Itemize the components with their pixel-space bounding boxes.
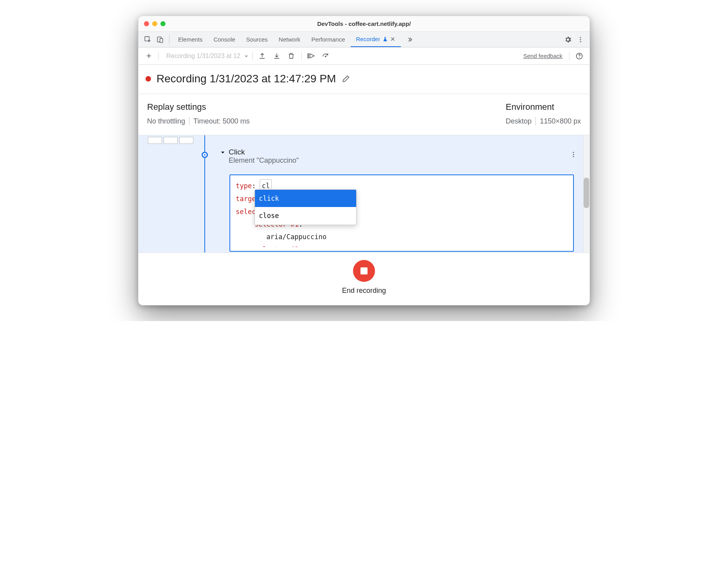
screenshot-thumb[interactable] xyxy=(148,137,162,144)
step-name: Click xyxy=(229,148,299,156)
window-zoom-button[interactable] xyxy=(160,21,166,26)
svg-point-11 xyxy=(573,154,574,155)
stop-icon xyxy=(360,267,368,274)
scrollbar-thumb[interactable] xyxy=(584,178,589,208)
step-panel: Click Element "Cappuccino" type: cl targ… xyxy=(138,135,590,253)
recorder-toolbar: Recording 1/31/2023 at 12 Send feedback xyxy=(138,47,590,65)
environment-title: Environment xyxy=(506,102,554,112)
svg-point-9 xyxy=(579,57,580,58)
delete-icon[interactable] xyxy=(285,50,298,62)
recording-title-row: Recording 1/31/2023 at 12:47:29 PM xyxy=(138,65,590,94)
tabs-list: Elements Console Sources Network Perform… xyxy=(173,32,401,47)
help-icon[interactable] xyxy=(573,50,586,62)
edit-title-icon[interactable] xyxy=(342,74,350,83)
svg-rect-2 xyxy=(160,38,162,42)
settings-icon[interactable] xyxy=(562,34,574,45)
tab-label: Recorder xyxy=(356,36,380,42)
environment-col: Environment Desktop 1150×800 px xyxy=(506,102,581,125)
throttling-value[interactable]: No throttling xyxy=(147,117,185,125)
send-feedback-link[interactable]: Send feedback xyxy=(523,53,562,59)
recording-title[interactable]: Recording 1/31/2023 at 12:47:29 PM xyxy=(157,73,336,85)
autocomplete-option-close[interactable]: close xyxy=(255,207,356,224)
chevron-down-icon[interactable] xyxy=(244,54,249,58)
step-code-editor[interactable]: type: cl target select selector #1: aria… xyxy=(229,174,574,252)
kebab-menu-icon[interactable] xyxy=(575,34,586,45)
step-header[interactable]: Click Element "Cappuccino" xyxy=(220,148,580,165)
screenshot-thumb[interactable] xyxy=(164,137,178,144)
titlebar: DevTools - coffee-cart.netlify.app/ xyxy=(138,16,590,32)
svg-point-4 xyxy=(580,39,581,40)
tab-network[interactable]: Network xyxy=(273,32,306,47)
selector1-value: aria/Cappuccino xyxy=(266,233,327,241)
tab-label: Sources xyxy=(246,36,268,43)
caret-down-icon[interactable] xyxy=(220,150,226,155)
tab-elements[interactable]: Elements xyxy=(173,32,208,47)
autocomplete-option-click[interactable]: click xyxy=(255,190,356,207)
scrollbar-track[interactable] xyxy=(583,135,590,252)
flask-icon xyxy=(382,36,388,42)
end-recording-button[interactable] xyxy=(353,260,375,282)
svg-point-12 xyxy=(573,156,574,157)
screenshot-thumbs xyxy=(148,137,193,144)
export-icon[interactable] xyxy=(256,50,269,62)
close-tab-icon[interactable]: ✕ xyxy=(390,36,395,43)
settings-row: Replay settings No throttling Timeout: 5… xyxy=(138,94,590,135)
tab-console[interactable]: Console xyxy=(208,32,241,47)
tab-label: Elements xyxy=(178,36,203,43)
tab-sources[interactable]: Sources xyxy=(241,32,273,47)
window-title: DevTools - coffee-cart.netlify.app/ xyxy=(138,20,590,27)
replay-settings-col: Replay settings No throttling Timeout: 5… xyxy=(147,102,249,125)
step-kebab-icon[interactable] xyxy=(570,151,577,158)
replay-icon[interactable] xyxy=(305,50,318,62)
device-toolbar-icon[interactable] xyxy=(154,34,166,45)
code-key-selector2: selector #2 xyxy=(255,245,299,247)
device-value[interactable]: Desktop xyxy=(506,117,531,125)
more-tabs-icon[interactable] xyxy=(404,34,416,45)
svg-point-7 xyxy=(325,56,326,57)
record-indicator-icon xyxy=(146,76,151,82)
window-minimize-button[interactable] xyxy=(152,21,157,26)
separator xyxy=(169,35,169,44)
traffic-lights xyxy=(138,21,166,26)
resolution-value[interactable]: 1150×800 px xyxy=(540,117,581,125)
new-recording-button[interactable] xyxy=(142,50,155,62)
tab-label: Network xyxy=(279,36,300,43)
svg-point-10 xyxy=(573,152,574,153)
inspect-element-icon[interactable] xyxy=(142,34,153,45)
svg-point-3 xyxy=(580,37,581,38)
svg-point-5 xyxy=(580,41,581,42)
recording-dropdown[interactable]: Recording 1/31/2023 at 12 xyxy=(162,53,242,60)
timeout-value[interactable]: Timeout: 5000 ms xyxy=(193,117,249,125)
end-recording-label: End recording xyxy=(342,287,386,295)
timeline-step-dot[interactable] xyxy=(202,152,208,158)
window-close-button[interactable] xyxy=(144,21,149,26)
code-key-type: type xyxy=(236,182,252,190)
tab-performance[interactable]: Performance xyxy=(306,32,351,47)
svg-rect-6 xyxy=(308,54,308,58)
devtools-window: DevTools - coffee-cart.netlify.app/ Elem… xyxy=(138,16,590,305)
step-subtitle: Element "Cappuccino" xyxy=(229,156,299,165)
screenshot-thumb[interactable] xyxy=(179,137,193,144)
step-icon[interactable] xyxy=(320,50,332,62)
tab-label: Performance xyxy=(311,36,345,43)
import-icon[interactable] xyxy=(271,50,283,62)
replay-settings-title: Replay settings xyxy=(147,102,249,112)
main-tabs-bar: Elements Console Sources Network Perform… xyxy=(138,32,590,47)
tab-recorder[interactable]: Recorder ✕ xyxy=(351,32,401,47)
footer: End recording xyxy=(138,253,590,305)
autocomplete-popup: click close xyxy=(255,189,357,225)
tab-label: Console xyxy=(214,36,235,43)
